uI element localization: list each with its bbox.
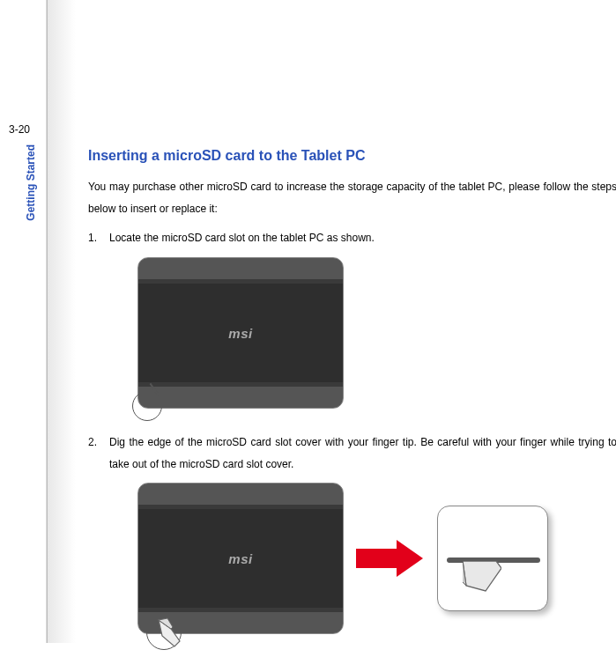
page-number: 3-20 — [9, 123, 30, 136]
intro-paragraph: You may purchase other microSD card to i… — [88, 176, 616, 220]
step-number: 2. — [88, 432, 109, 476]
section-tab: Getting Started — [25, 144, 37, 221]
step-number: 1. — [88, 227, 109, 249]
fingernail-icon — [153, 617, 189, 652]
figure-2: msi — [137, 483, 344, 634]
sidebar-gradient — [48, 0, 76, 643]
tablet-illustration: msi — [137, 483, 344, 634]
figure-1: msi — [137, 257, 616, 409]
brand-logo: msi — [228, 325, 252, 340]
detail-panel — [437, 506, 548, 611]
step-item: 2. Dig the edge of the microSD card slot… — [88, 432, 616, 476]
step-text: Locate the microSD card slot on the tabl… — [109, 227, 375, 249]
brand-logo: msi — [228, 550, 252, 565]
tablet-illustration: msi — [137, 257, 344, 409]
main-content: Inserting a microSD card to the Tablet P… — [88, 148, 616, 634]
cover-flap-icon — [463, 561, 501, 596]
step-item: 1. Locate the microSD card slot on the t… — [88, 227, 616, 249]
arrow-right-icon — [356, 540, 425, 577]
figure-2-row: msi — [137, 483, 616, 634]
page-heading: Inserting a microSD card to the Tablet P… — [88, 148, 616, 164]
step-text: Dig the edge of the microSD card slot co… — [109, 432, 616, 476]
